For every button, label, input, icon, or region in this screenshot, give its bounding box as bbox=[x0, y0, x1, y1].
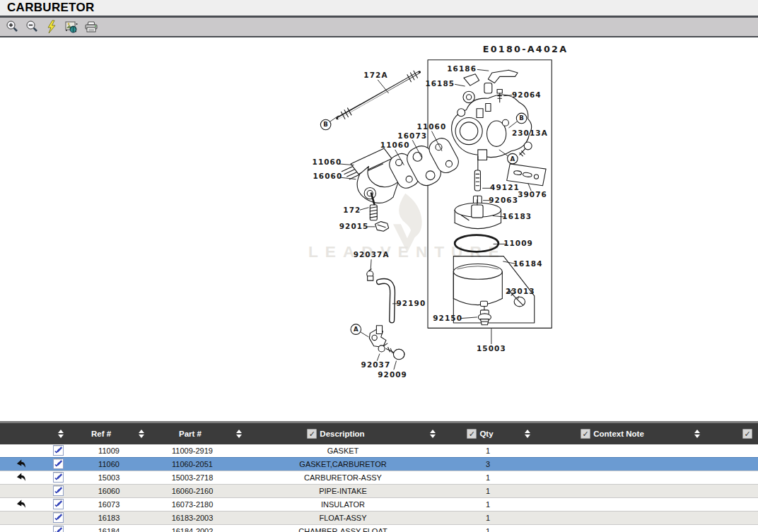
cell-qty: 3 bbox=[444, 458, 532, 471]
table-row[interactable]: 1607316073-2180INSULATOR1 bbox=[0, 497, 758, 511]
table-row[interactable]: 1100911009-2919GASKET1 bbox=[0, 444, 758, 457]
image-export-button[interactable] bbox=[63, 19, 80, 35]
note-button[interactable] bbox=[53, 459, 64, 471]
part-label-11060[interactable]: 11060 bbox=[313, 158, 342, 166]
sort-icon[interactable] bbox=[694, 430, 700, 438]
callout-letter-B: B bbox=[323, 121, 328, 128]
diagram-code: E0180-A402A bbox=[483, 44, 568, 54]
cell-qty: 1 bbox=[444, 485, 532, 497]
note-icon bbox=[53, 485, 64, 496]
cell-context-note bbox=[532, 444, 758, 457]
part-label-11060[interactable]: 11060 bbox=[380, 141, 410, 149]
zoom-in-button[interactable] bbox=[4, 19, 21, 35]
cell-context-note bbox=[532, 471, 758, 484]
part-label-16184[interactable]: 16184 bbox=[513, 259, 543, 268]
table-row[interactable]: 1618316183-2003FLOAT-ASSY1 bbox=[0, 511, 758, 524]
title-bar: CARBURETOR bbox=[0, 0, 758, 16]
part-label-11060[interactable]: 11060 bbox=[417, 122, 447, 131]
cell-description: GASKET bbox=[242, 444, 444, 457]
return-arrow-button[interactable] bbox=[15, 459, 27, 470]
cell-context-note bbox=[532, 525, 758, 532]
zoom-out-button[interactable] bbox=[23, 19, 40, 35]
cell-part: 11009-2919 bbox=[143, 444, 242, 457]
note-button[interactable] bbox=[53, 445, 64, 457]
note-button[interactable] bbox=[53, 485, 64, 497]
part-label-92063[interactable]: 92063 bbox=[489, 196, 518, 204]
sort-icon[interactable] bbox=[430, 430, 436, 438]
note-icon bbox=[53, 459, 64, 469]
cell-qty: 1 bbox=[444, 444, 532, 457]
description-checkbox[interactable]: ✓ bbox=[307, 429, 317, 439]
note-icon bbox=[53, 445, 64, 456]
table-row[interactable]: 1106011060-2051GASKET,CARBURETOR3 bbox=[0, 457, 758, 471]
column-header-description[interactable]: ✓ Description bbox=[250, 423, 421, 444]
part-label-16186[interactable]: 16186 bbox=[447, 64, 477, 73]
callout-letter-B: B bbox=[519, 114, 524, 122]
table-header: Ref # Part # ✓ Description ✓ Qty ✓ Conte… bbox=[0, 423, 758, 444]
column-header-ref[interactable]: Ref # bbox=[72, 423, 130, 444]
print-button[interactable] bbox=[83, 19, 100, 35]
cell-description: CHAMBER-ASSY-FLOAT bbox=[242, 525, 444, 532]
cell-context-note bbox=[532, 498, 758, 511]
note-button[interactable] bbox=[53, 499, 64, 511]
part-label-11009[interactable]: 11009 bbox=[503, 239, 533, 247]
part-label-92009[interactable]: 92009 bbox=[378, 370, 407, 379]
table-row[interactable]: 1500315003-2718CARBURETOR-ASSY1 bbox=[0, 471, 758, 484]
part-label-92064[interactable]: 92064 bbox=[512, 90, 542, 99]
cell-description: PIPE-INTAKE bbox=[242, 485, 444, 497]
lightning-icon bbox=[45, 20, 58, 34]
part-label-92037[interactable]: 92037 bbox=[361, 360, 391, 369]
part-label-49121[interactable]: 49121 bbox=[490, 183, 520, 191]
column-header-context-note[interactable]: ✓ Context Note bbox=[539, 423, 686, 444]
sort-icon[interactable] bbox=[236, 430, 242, 438]
part-label-92150[interactable]: 92150 bbox=[433, 314, 462, 322]
part-label-16183[interactable]: 16183 bbox=[502, 212, 532, 220]
part-label-172[interactable]: 172 bbox=[343, 206, 361, 214]
note-button[interactable] bbox=[53, 512, 64, 524]
cell-ref: 16060 bbox=[75, 485, 143, 497]
part-label-92015[interactable]: 92015 bbox=[339, 222, 369, 230]
sort-icon[interactable] bbox=[58, 430, 64, 438]
return-arrow-icon bbox=[15, 459, 27, 470]
return-arrow-icon bbox=[15, 472, 27, 483]
column-header-qty[interactable]: ✓ Qty bbox=[444, 423, 516, 444]
return-arrow-button[interactable] bbox=[15, 472, 27, 483]
part-label-16185[interactable]: 16185 bbox=[425, 79, 455, 88]
part-label-39076[interactable]: 39076 bbox=[518, 190, 547, 199]
note-button[interactable] bbox=[53, 472, 64, 484]
part-label-23013A[interactable]: 23013A bbox=[512, 129, 548, 137]
zoom-in-icon bbox=[5, 20, 19, 34]
part-label-16073[interactable]: 16073 bbox=[397, 131, 427, 140]
table-row[interactable]: 1606016060-2160PIPE-INTAKE1 bbox=[0, 484, 758, 497]
part-label-92037A[interactable]: 92037A bbox=[354, 250, 390, 259]
table-row[interactable]: 1618416184-2002CHAMBER-ASSY-FLOAT1 bbox=[0, 524, 758, 532]
cell-description: GASKET,CARBURETOR bbox=[242, 458, 444, 471]
cell-qty: 1 bbox=[444, 525, 532, 532]
table-body: 1100911009-2919GASKET11106011060-2051GAS… bbox=[0, 444, 758, 532]
note-button[interactable] bbox=[53, 526, 64, 532]
part-label-23013[interactable]: 23013 bbox=[506, 287, 535, 295]
extra-column-checkbox[interactable]: ✓ bbox=[742, 429, 752, 439]
cell-part: 16184-2002 bbox=[143, 525, 242, 532]
cell-qty: 1 bbox=[444, 512, 532, 524]
part-label-172A[interactable]: 172A bbox=[363, 71, 387, 79]
qty-checkbox[interactable]: ✓ bbox=[467, 429, 477, 439]
sort-icon[interactable] bbox=[525, 430, 530, 438]
note-icon bbox=[53, 472, 64, 483]
part-label-16060[interactable]: 16060 bbox=[313, 172, 342, 180]
context-note-checkbox[interactable]: ✓ bbox=[581, 429, 590, 439]
header-spacer bbox=[0, 423, 49, 444]
note-icon bbox=[53, 499, 64, 509]
sort-icon[interactable] bbox=[139, 430, 144, 438]
column-header-part[interactable]: Part # bbox=[153, 423, 228, 444]
carburetor-diagram: LEADVENTURE E0180-A402A bbox=[0, 37, 758, 421]
part-label-15003[interactable]: 15003 bbox=[477, 344, 506, 353]
cell-ref: 16183 bbox=[75, 512, 143, 524]
interactive-toggle-button[interactable] bbox=[43, 19, 60, 35]
zoom-out-icon bbox=[25, 20, 39, 34]
return-arrow-button[interactable] bbox=[15, 499, 27, 510]
cell-context-note bbox=[532, 512, 758, 524]
part-label-92190[interactable]: 92190 bbox=[397, 299, 426, 307]
return-arrow-icon bbox=[15, 499, 27, 510]
cell-part: 16073-2180 bbox=[143, 498, 242, 511]
